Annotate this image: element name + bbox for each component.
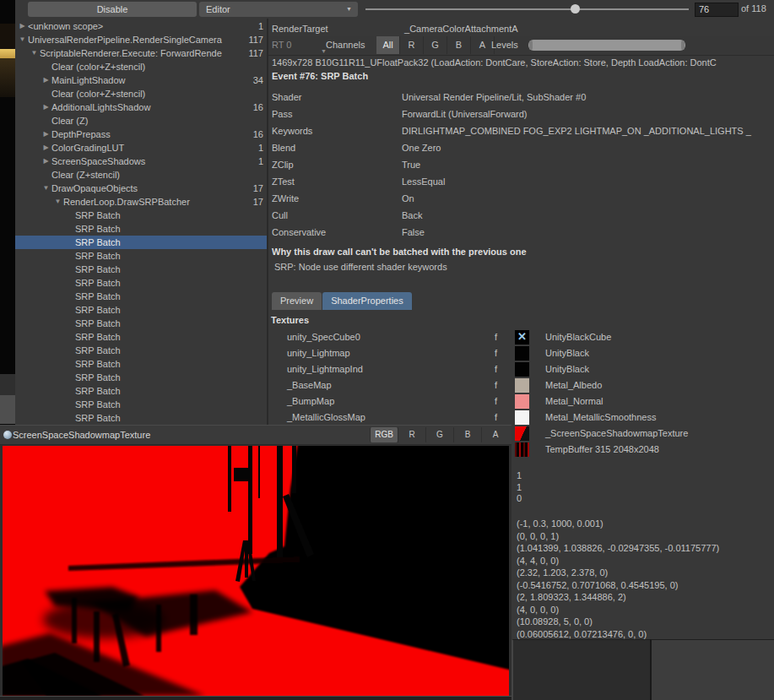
collapse-arrow-icon[interactable]: ▼ bbox=[29, 46, 40, 60]
tree-row-srp-batch[interactable]: SRP Batch bbox=[15, 303, 267, 317]
texture-filter-flag: f bbox=[495, 361, 497, 377]
tree-row-screenspaceshadows[interactable]: ▶ScreenSpaceShadows1 bbox=[15, 155, 267, 168]
tree-row-srp-batch[interactable]: SRP Batch bbox=[15, 249, 267, 263]
texture-asset-name: UnityBlackCube bbox=[545, 329, 611, 345]
disable-button[interactable]: Disable bbox=[28, 2, 197, 17]
channel-button-all[interactable]: All bbox=[376, 36, 400, 54]
shadowmap-thumbnail-icon[interactable] bbox=[515, 426, 529, 441]
float-value: 1 bbox=[517, 482, 522, 494]
expand-arrow-icon[interactable]: ▶ bbox=[41, 155, 51, 168]
preview-channel-button-r[interactable]: R bbox=[398, 427, 425, 442]
tree-row-scriptablerenderer-execute-forwardrende[interactable]: ▼ScriptableRenderer.Execute: ForwardRend… bbox=[15, 46, 267, 60]
collapse-arrow-icon[interactable]: ▼ bbox=[41, 182, 51, 195]
detail-row-shader: ShaderUniversal Render Pipeline/Lit, Sub… bbox=[272, 89, 771, 106]
detail-row-ztest: ZTestLessEqual bbox=[272, 173, 771, 190]
expand-arrow-icon[interactable]: ▶ bbox=[41, 128, 51, 141]
detail-row-label: Conservative bbox=[272, 224, 402, 241]
frame-slider-track[interactable] bbox=[365, 8, 689, 10]
tree-row-srp-batch[interactable]: SRP Batch bbox=[15, 344, 267, 357]
normal-thumbnail-icon[interactable] bbox=[515, 394, 529, 409]
tree-row-additionallightsshadow[interactable]: ▶AdditionalLightsShadow16 bbox=[15, 100, 267, 114]
tree-row-label: <unknown scope> bbox=[28, 21, 103, 31]
expand-arrow-icon[interactable]: ▶ bbox=[41, 100, 51, 114]
preview-title-bar[interactable]: ScreenSpaceShadowmapTexture RGBRGBA bbox=[0, 426, 511, 445]
channel-button-g[interactable]: G bbox=[424, 36, 447, 54]
tree-row-srp-batch[interactable]: SRP Batch bbox=[15, 371, 267, 384]
frame-debugger-window: Disable Editor ▼ 76 of 118 ▶<unknown sco… bbox=[0, 0, 774, 700]
tab-shaderproperties[interactable]: ShaderProperties bbox=[322, 292, 412, 310]
preview-channel-button-rgb[interactable]: RGB bbox=[370, 427, 398, 442]
tree-row-clear-z-[interactable]: Clear (Z) bbox=[15, 114, 267, 128]
preview-channel-button-b[interactable]: B bbox=[453, 427, 481, 442]
tree-row-srp-batch[interactable]: SRP Batch bbox=[15, 236, 267, 249]
tree-row-label: Clear (color+Z+stencil) bbox=[51, 89, 145, 99]
tree-row-srp-batch[interactable]: SRP Batch bbox=[15, 276, 267, 290]
tree-row-srp-batch[interactable]: SRP Batch bbox=[15, 290, 267, 303]
chevron-down-icon: ▼ bbox=[346, 2, 352, 17]
black-thumbnail-icon[interactable] bbox=[515, 346, 529, 361]
tree-row-mainlightshadow[interactable]: ▶MainLightShadow34 bbox=[15, 73, 267, 87]
float-values-column: 110 bbox=[517, 470, 522, 505]
tree-row-clear-color-z-stencil-[interactable]: Clear (color+Z+stencil) bbox=[15, 60, 267, 73]
batch-break-reason: SRP: Node use different shader keywords bbox=[274, 262, 447, 272]
frame-slider-knob[interactable] bbox=[571, 4, 580, 14]
tree-row-srp-batch[interactable]: SRP Batch bbox=[15, 330, 267, 344]
rt-dropdown[interactable]: RT 0 ▼ bbox=[272, 36, 291, 54]
collapse-arrow-icon[interactable]: ▼ bbox=[17, 33, 28, 46]
vector-value: (1.041399, 1.038826, -0.02947355, -0.011… bbox=[517, 542, 719, 555]
tree-row-depthprepass[interactable]: ▶DepthPrepass16 bbox=[15, 128, 267, 141]
tree-row-srp-batch[interactable]: SRP Batch bbox=[15, 209, 267, 222]
channel-button-b[interactable]: B bbox=[447, 36, 471, 54]
tree-row-srp-batch[interactable]: SRP Batch bbox=[15, 411, 267, 425]
detail-row-conservative: ConservativeFalse bbox=[272, 224, 771, 241]
tab-preview[interactable]: Preview bbox=[272, 292, 322, 310]
tree-row-drawopaqueobjects[interactable]: ▼DrawOpaqueObjects17 bbox=[15, 182, 267, 195]
tree-row-srp-batch[interactable]: SRP Batch bbox=[15, 398, 267, 411]
target-selector-dropdown[interactable]: Editor ▼ bbox=[199, 2, 358, 17]
expand-arrow-icon[interactable]: ▶ bbox=[41, 73, 51, 87]
float-value: 0 bbox=[517, 493, 522, 505]
levels-range-slider[interactable] bbox=[528, 40, 685, 51]
frame-total-label: of 118 bbox=[741, 3, 766, 14]
detail-row-value: False bbox=[402, 227, 425, 237]
texture-sphere-icon bbox=[3, 431, 12, 439]
vector-value: (4, 4, 0, 0) bbox=[517, 555, 719, 567]
tree-row-srp-batch[interactable]: SRP Batch bbox=[15, 263, 267, 276]
bottom-panel-right bbox=[650, 639, 774, 700]
tree-row-label: SRP Batch bbox=[75, 399, 121, 410]
tree-row-clear-color-z-stencil-[interactable]: Clear (color+Z+stencil) bbox=[15, 87, 267, 100]
background-object bbox=[0, 58, 15, 97]
tree-row-colorgradinglut[interactable]: ▶ColorGradingLUT1 bbox=[15, 141, 267, 155]
detail-row-label: Shader bbox=[272, 89, 402, 106]
tree-row-universalrenderpipeline-rendersinglecamera[interactable]: ▼UniversalRenderPipeline.RenderSingleCam… bbox=[15, 33, 267, 46]
channel-button-r[interactable]: R bbox=[400, 36, 424, 54]
background-panel bbox=[0, 374, 15, 395]
expand-arrow-icon[interactable]: ▶ bbox=[17, 19, 28, 33]
background-object bbox=[0, 24, 15, 49]
tempbuffer-thumbnail-icon[interactable] bbox=[515, 442, 529, 457]
tree-row-label: SRP Batch bbox=[75, 386, 121, 396]
tree-row-clear-z-stencil-[interactable]: Clear (Z+stencil) bbox=[15, 168, 267, 182]
preview-channel-button-g[interactable]: G bbox=[425, 427, 453, 442]
tree-row-srp-batch[interactable]: SRP Batch bbox=[15, 222, 267, 236]
cube-thumbnail-icon[interactable]: ✕ bbox=[515, 330, 529, 345]
preview-channel-button-a[interactable]: A bbox=[481, 427, 509, 442]
white-thumbnail-icon[interactable] bbox=[515, 410, 529, 425]
tree-row--unknown-scope-[interactable]: ▶<unknown scope>1 bbox=[15, 19, 267, 33]
texture-property-name: _BumpMap bbox=[287, 393, 334, 410]
expand-arrow-icon[interactable]: ▶ bbox=[41, 141, 51, 155]
shader-detail-rows: ShaderUniversal Render Pipeline/Lit, Sub… bbox=[272, 89, 771, 241]
tree-row-renderloop-drawsrpbatcher[interactable]: ▼RenderLoop.DrawSRPBatcher17 bbox=[15, 195, 267, 209]
channels-label: Channels bbox=[326, 36, 365, 54]
texture-filter-flag: f bbox=[495, 377, 497, 393]
tree-row-srp-batch[interactable]: SRP Batch bbox=[15, 317, 267, 330]
bottom-panel-left bbox=[511, 639, 652, 700]
frame-number-input[interactable]: 76 bbox=[695, 3, 739, 17]
black-thumbnail-icon[interactable] bbox=[515, 362, 529, 377]
tree-row-srp-batch[interactable]: SRP Batch bbox=[15, 384, 267, 398]
event-tree: ▶<unknown scope>1▼UniversalRenderPipelin… bbox=[15, 19, 267, 426]
tree-row-srp-batch[interactable]: SRP Batch bbox=[15, 357, 267, 371]
collapse-arrow-icon[interactable]: ▼ bbox=[52, 195, 63, 209]
albedo-thumbnail-icon[interactable] bbox=[515, 378, 529, 393]
tree-row-label: SRP Batch bbox=[75, 224, 121, 234]
